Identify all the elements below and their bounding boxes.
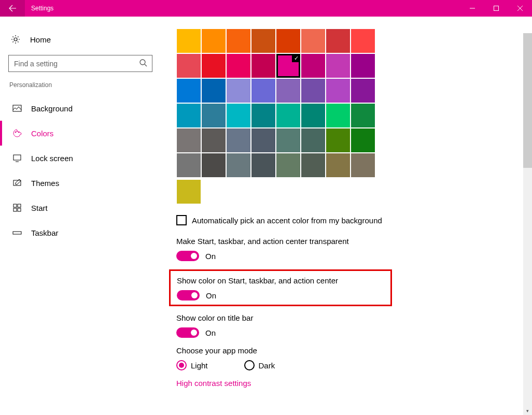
home-label: Home <box>30 35 51 44</box>
show-start-state: On <box>206 291 216 300</box>
color-swatch[interactable] <box>301 54 325 78</box>
nav-item-start[interactable]: Start <box>0 195 152 220</box>
color-swatch[interactable] <box>177 128 201 152</box>
color-swatch[interactable] <box>351 104 375 127</box>
app-mode-light[interactable]: Light <box>176 360 208 370</box>
svg-rect-13 <box>18 204 21 207</box>
color-swatch[interactable] <box>251 54 275 78</box>
svg-rect-1 <box>494 6 499 11</box>
transparent-state: On <box>205 252 216 261</box>
color-swatch[interactable] <box>202 79 226 103</box>
color-swatch[interactable] <box>351 153 375 177</box>
color-swatch[interactable] <box>251 29 275 53</box>
svg-rect-9 <box>13 155 21 160</box>
nav-label: Themes <box>31 179 59 188</box>
color-swatch[interactable] <box>227 128 250 152</box>
home-link[interactable]: Home <box>8 29 152 50</box>
svg-rect-15 <box>18 208 21 211</box>
scrollbar-down[interactable]: ▾ <box>523 406 532 415</box>
color-swatch[interactable] <box>276 104 300 127</box>
main-panel: Accent color Automatically pick an accen… <box>161 17 532 415</box>
color-swatch[interactable] <box>227 29 250 53</box>
color-swatch[interactable] <box>326 104 350 127</box>
nav-label: Start <box>31 204 48 212</box>
nav-item-themes[interactable]: Themes <box>0 170 152 195</box>
color-swatch[interactable] <box>351 54 375 78</box>
color-swatch[interactable] <box>351 79 375 103</box>
maximize-button[interactable] <box>484 0 508 17</box>
show-title-toggle[interactable]: On <box>176 327 532 338</box>
start-icon <box>12 203 22 212</box>
color-swatch[interactable] <box>251 79 275 103</box>
color-swatch[interactable] <box>202 128 226 152</box>
close-button[interactable] <box>508 0 532 17</box>
window-title: Settings <box>25 5 460 12</box>
color-swatch[interactable] <box>301 79 325 103</box>
nav-label: Background <box>31 104 73 113</box>
svg-point-2 <box>14 38 17 41</box>
color-swatch[interactable] <box>227 54 250 78</box>
color-swatch[interactable] <box>326 128 350 152</box>
back-button[interactable] <box>0 0 25 17</box>
scrollbar[interactable]: ▾ <box>523 33 532 415</box>
color-swatch[interactable] <box>177 104 201 127</box>
scrollbar-thumb[interactable] <box>523 33 532 168</box>
color-swatch[interactable] <box>326 54 350 78</box>
color-swatch[interactable] <box>251 104 275 127</box>
color-swatch[interactable] <box>251 153 275 177</box>
auto-pick-checkbox[interactable] <box>176 215 187 225</box>
color-swatch[interactable] <box>301 153 325 177</box>
svg-rect-16 <box>13 232 21 234</box>
color-swatch[interactable] <box>351 29 375 53</box>
color-swatch[interactable] <box>202 153 226 177</box>
close-icon <box>517 6 523 11</box>
color-swatch[interactable] <box>326 79 350 103</box>
color-swatch[interactable] <box>202 54 226 78</box>
color-swatch[interactable] <box>227 153 250 177</box>
extra-color-swatch[interactable] <box>177 180 201 204</box>
svg-rect-12 <box>13 204 17 207</box>
color-swatch[interactable] <box>276 29 300 53</box>
color-swatch[interactable] <box>251 128 275 152</box>
nav-item-background[interactable]: Background <box>0 96 152 121</box>
color-swatch[interactable] <box>276 128 300 152</box>
left-panel: Home Personalization Background Colors L… <box>0 17 161 415</box>
color-swatch[interactable] <box>301 104 325 127</box>
transparent-toggle[interactable]: On <box>176 251 532 261</box>
color-swatch[interactable] <box>276 153 300 177</box>
show-start-toggle[interactable]: On <box>177 290 384 300</box>
content: Home Personalization Background Colors L… <box>0 17 532 415</box>
color-swatch[interactable] <box>301 29 325 53</box>
search-input[interactable] <box>8 55 152 72</box>
nav-item-colors[interactable]: Colors <box>0 121 152 146</box>
svg-point-8 <box>18 132 19 133</box>
color-swatch[interactable] <box>326 29 350 53</box>
svg-point-3 <box>140 60 145 65</box>
show-title-state: On <box>205 328 216 337</box>
nav-list: Background Colors Lock screen Themes Sta… <box>0 96 152 245</box>
color-grid <box>176 28 375 178</box>
svg-point-6 <box>15 132 16 133</box>
show-title-label: Show color on title bar <box>176 313 532 322</box>
color-swatch[interactable] <box>202 104 226 127</box>
color-swatch[interactable] <box>351 128 375 152</box>
category-label: Personalization <box>9 81 152 89</box>
high-contrast-link[interactable]: High contrast settings <box>176 379 532 388</box>
nav-label: Colors <box>31 129 53 138</box>
nav-item-taskbar[interactable]: Taskbar <box>0 220 152 245</box>
color-swatch[interactable] <box>177 54 201 78</box>
highlighted-setting: Show color on Start, taskbar, and action… <box>169 269 392 306</box>
color-swatch[interactable] <box>177 29 201 53</box>
color-swatch[interactable] <box>276 79 300 103</box>
color-swatch[interactable] <box>227 104 250 127</box>
color-swatch[interactable] <box>276 54 300 78</box>
color-swatch[interactable] <box>177 79 201 103</box>
color-swatch[interactable] <box>227 79 250 103</box>
color-swatch[interactable] <box>326 153 350 177</box>
minimize-button[interactable] <box>460 0 484 17</box>
color-swatch[interactable] <box>202 29 226 53</box>
color-swatch[interactable] <box>177 153 201 177</box>
color-swatch[interactable] <box>301 128 325 152</box>
app-mode-dark[interactable]: Dark <box>244 360 275 370</box>
nav-item-lock-screen[interactable]: Lock screen <box>0 146 152 170</box>
